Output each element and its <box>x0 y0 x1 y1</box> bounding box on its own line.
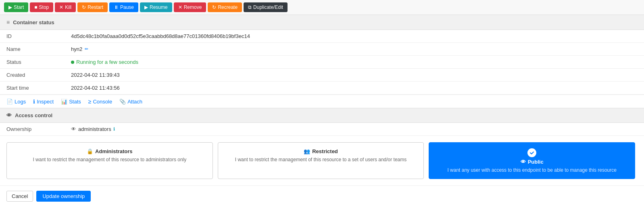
console-tab[interactable]: ≥ Console <box>88 98 112 105</box>
toolbar: ▶ Start ■ Stop ✕ Kill ↻ Restart ⏸ Pause … <box>0 0 644 15</box>
inspect-tab[interactable]: ℹ Inspect <box>33 99 54 105</box>
access-control-section: 👁 Access control Ownership 👁 administrat… <box>0 108 644 206</box>
section-icon: ≡ <box>6 19 10 25</box>
ownership-label: Ownership <box>6 126 71 132</box>
users-icon: 👥 <box>304 148 310 154</box>
duplicate-icon: ⧉ <box>248 4 252 10</box>
cancel-button[interactable]: Cancel <box>6 191 33 202</box>
kill-button[interactable]: ✕ Kill <box>55 2 76 12</box>
status-dot <box>71 61 74 64</box>
container-status-header: ≡ Container status <box>0 15 644 30</box>
public-eye-icon: 👁 <box>521 159 526 165</box>
id-label: ID <box>0 30 65 43</box>
attach-tab[interactable]: 📎 Attach <box>119 99 142 105</box>
restricted-card-title: 👥 Restricted <box>225 148 417 154</box>
recreate-icon: ↻ <box>212 4 216 10</box>
name-value: hyn2 ✏ <box>65 43 644 56</box>
inspect-icon: ℹ <box>33 99 35 105</box>
access-cards: 🔒 Administrators I want to restrict the … <box>0 136 644 185</box>
logs-icon: 📄 <box>6 99 13 105</box>
starttime-label: Start time <box>0 82 65 95</box>
edit-icon[interactable]: ✏ <box>85 46 88 52</box>
check-icon <box>529 150 534 155</box>
created-label: Created <box>0 69 65 82</box>
starttime-value: 2022-04-02 11:43:56 <box>65 82 644 95</box>
table-row: Start time 2022-04-02 11:43:56 <box>0 82 644 95</box>
ownership-eye-icon: 👁 <box>71 126 76 132</box>
table-row: Name hyn2 ✏ <box>0 43 644 56</box>
console-icon: ≥ <box>88 98 92 105</box>
restart-button[interactable]: ↻ Restart <box>77 2 108 12</box>
ownership-value: 👁 administrators ℹ <box>71 126 115 132</box>
pause-button[interactable]: ⏸ Pause <box>109 2 138 12</box>
attach-icon: 📎 <box>119 99 126 105</box>
logs-tab[interactable]: 📄 Logs <box>6 99 26 105</box>
remove-button[interactable]: ✕ Remove <box>174 2 206 12</box>
check-circle <box>527 148 536 157</box>
access-control-header: 👁 Access control <box>0 108 644 123</box>
stats-icon: 📊 <box>61 99 67 105</box>
public-card-desc: I want any user with access to this endp… <box>436 167 628 173</box>
eye-icon: 👁 <box>6 112 12 118</box>
recreate-button[interactable]: ↻ Recreate <box>208 2 242 12</box>
start-icon: ▶ <box>8 4 12 10</box>
restricted-card-desc: I want to restrict the management of thi… <box>225 157 417 162</box>
remove-icon: ✕ <box>178 4 182 10</box>
pause-icon: ⏸ <box>114 4 119 10</box>
public-card-title: 👁 Public <box>436 159 628 165</box>
container-info-table: ID 4d5dc48c1b0fa0aaa0d0d52cf5e3caabbd68d… <box>0 30 644 95</box>
stop-icon: ■ <box>34 4 37 10</box>
administrators-card-desc: I want to restrict the management of thi… <box>13 157 206 162</box>
table-row: ID 4d5dc48c1b0fa0aaa0d0d52cf5e3caabbd68d… <box>0 30 644 43</box>
stats-tab[interactable]: 📊 Stats <box>61 99 81 105</box>
created-value: 2022-04-02 11:39:43 <box>65 69 644 82</box>
kill-icon: ✕ <box>59 4 63 10</box>
action-tabs: 📄 Logs ℹ Inspect 📊 Stats ≥ Console 📎 Att… <box>0 95 644 108</box>
duplicate-button[interactable]: ⧉ Duplicate/Edit <box>244 2 288 12</box>
name-label: Name <box>0 43 65 56</box>
id-value: 4d5dc48c1b0fa0aaa0d0d52cf5e3caabbd68d8ae… <box>65 30 644 43</box>
update-ownership-button[interactable]: Update ownership <box>36 191 91 202</box>
ownership-row: Ownership 👁 administrators ℹ <box>0 123 644 136</box>
access-control-title: Access control <box>15 112 52 118</box>
administrators-card[interactable]: 🔒 Administrators I want to restrict the … <box>6 142 213 179</box>
restricted-card[interactable]: 👥 Restricted I want to restrict the mana… <box>218 142 424 179</box>
main-content: ≡ Container status ID 4d5dc48c1b0fa0aaa0… <box>0 15 644 206</box>
administrators-card-title: 🔒 Administrators <box>13 148 206 154</box>
table-row: Status Running for a few seconds <box>0 56 644 69</box>
info-icon[interactable]: ℹ <box>113 126 115 132</box>
container-status-title: Container status <box>13 19 54 25</box>
lock-icon: 🔒 <box>87 148 93 154</box>
start-button[interactable]: ▶ Start <box>4 2 28 12</box>
status-value: Running for a few seconds <box>65 56 644 69</box>
table-row: Created 2022-04-02 11:39:43 <box>0 69 644 82</box>
footer-bar: Cancel Update ownership <box>0 185 644 206</box>
status-label: Status <box>0 56 65 69</box>
resume-icon: ▶ <box>144 4 148 10</box>
restart-icon: ↻ <box>82 4 86 10</box>
public-card[interactable]: 👁 Public I want any user with access to … <box>429 142 635 179</box>
resume-button[interactable]: ▶ Resume <box>140 2 172 12</box>
stop-button[interactable]: ■ Stop <box>30 2 53 12</box>
